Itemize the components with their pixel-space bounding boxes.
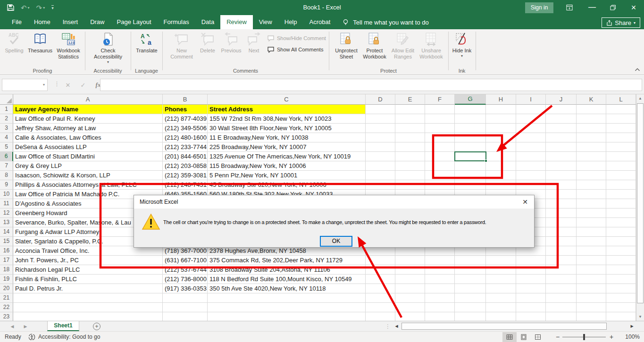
cell-J18[interactable] xyxy=(546,265,577,275)
cell-G8[interactable] xyxy=(455,171,486,180)
formula-input[interactable] xyxy=(100,79,642,91)
cell-K12[interactable] xyxy=(577,209,606,218)
cell-F17[interactable] xyxy=(425,256,455,265)
cell-C21[interactable] xyxy=(208,293,366,303)
cell-I6[interactable] xyxy=(516,152,546,161)
scroll-right-icon[interactable]: ▶ xyxy=(628,323,636,330)
cell-A21[interactable] xyxy=(13,293,163,303)
row-header-18[interactable]: 18 xyxy=(0,265,13,275)
hide-ink-button[interactable]: Hide Ink ▾ xyxy=(450,31,474,65)
cell-B20[interactable]: (917) 336-0353 xyxy=(163,284,208,293)
cell-B22[interactable] xyxy=(163,303,208,312)
cell-J9[interactable] xyxy=(546,180,577,190)
cell-B3[interactable]: (212) 349-5506 xyxy=(163,124,208,133)
row-header-11[interactable]: 11 xyxy=(0,199,13,209)
check-accessibility-button[interactable]: Check Accessibility ▾ xyxy=(89,31,127,65)
cell-J7[interactable] xyxy=(546,161,577,171)
cell-L10[interactable] xyxy=(606,190,636,199)
cell-L21[interactable] xyxy=(606,293,636,303)
cell-L18[interactable] xyxy=(606,265,636,275)
zoom-in-button[interactable]: + xyxy=(607,333,616,341)
cell-K19[interactable] xyxy=(577,275,606,284)
previous-comment-button[interactable]: Previous xyxy=(219,31,243,65)
cell-D19[interactable] xyxy=(366,275,395,284)
cell-I8[interactable] xyxy=(516,171,546,180)
column-header-I[interactable]: I xyxy=(516,94,546,105)
cell-D5[interactable] xyxy=(366,142,395,152)
cell-H9[interactable] xyxy=(486,180,516,190)
show-all-comments-button[interactable]: Show All Comments xyxy=(267,44,323,55)
cell-I2[interactable] xyxy=(516,114,546,124)
cell-I5[interactable] xyxy=(516,142,546,152)
cell-K10[interactable] xyxy=(577,190,606,199)
cell-L9[interactable] xyxy=(606,180,636,190)
cell-I7[interactable] xyxy=(516,161,546,171)
cell-F9[interactable] xyxy=(425,180,455,190)
cell-F19[interactable] xyxy=(425,275,455,284)
minimize-button[interactable]: — xyxy=(582,0,602,15)
cell-K2[interactable] xyxy=(577,114,606,124)
row-header-20[interactable]: 20 xyxy=(0,284,13,293)
cell-J13[interactable] xyxy=(546,218,577,227)
cell-D9[interactable] xyxy=(366,180,395,190)
cell-G2[interactable] xyxy=(455,114,486,124)
cell-K9[interactable] xyxy=(577,180,606,190)
cell-I21[interactable] xyxy=(516,293,546,303)
cell-D3[interactable] xyxy=(366,124,395,133)
cell-J6[interactable] xyxy=(546,152,577,161)
cell-D8[interactable] xyxy=(366,171,395,180)
cell-E21[interactable] xyxy=(395,293,425,303)
cell-F3[interactable] xyxy=(425,124,455,133)
cell-H22[interactable] xyxy=(486,303,516,312)
cell-J14[interactable] xyxy=(546,227,577,237)
cell-D23[interactable] xyxy=(366,312,395,321)
row-header-2[interactable]: 2 xyxy=(0,114,13,124)
cell-E4[interactable] xyxy=(395,133,425,142)
cell-B1[interactable]: Phones xyxy=(163,105,208,114)
cell-A22[interactable] xyxy=(13,303,163,312)
row-header-8[interactable]: 8 xyxy=(0,171,13,180)
cancel-entry-icon[interactable]: ✕ xyxy=(63,82,73,89)
cell-J11[interactable] xyxy=(546,199,577,209)
allow-edit-ranges-button[interactable]: Allow Edit Ranges xyxy=(389,31,417,65)
cell-L8[interactable] xyxy=(606,171,636,180)
show-hide-comment-button[interactable]: Show/Hide Comment xyxy=(267,33,326,43)
cell-A6[interactable]: Law Office of Stuart DiMartini xyxy=(13,152,163,161)
cell-C3[interactable]: 30 Wall Street 8th Floor,New York, NY 10… xyxy=(208,124,366,133)
cell-L17[interactable] xyxy=(606,256,636,265)
close-button[interactable]: × xyxy=(623,0,644,15)
zoom-out-button[interactable]: − xyxy=(553,333,562,341)
cell-C4[interactable]: 11 E Broadway,New York, NY 10038 xyxy=(208,133,366,142)
tab-home[interactable]: Home xyxy=(28,15,57,29)
cell-F6[interactable] xyxy=(425,152,455,161)
unprotect-sheet-button[interactable]: Unprotect Sheet xyxy=(333,31,360,65)
cell-L3[interactable] xyxy=(606,124,636,133)
dialog-close-button[interactable]: ✕ xyxy=(520,197,530,207)
cell-K14[interactable] xyxy=(577,227,606,237)
ok-button[interactable]: OK xyxy=(320,236,352,247)
select-all-button[interactable] xyxy=(0,94,13,105)
cell-K11[interactable] xyxy=(577,199,606,209)
tab-page-layout[interactable]: Page Layout xyxy=(111,15,158,29)
zoom-level[interactable]: 100% xyxy=(621,332,640,342)
cell-L22[interactable] xyxy=(606,303,636,312)
cell-D1[interactable] xyxy=(366,105,395,114)
cell-L5[interactable] xyxy=(606,142,636,152)
cell-I23[interactable] xyxy=(516,312,546,321)
row-header-16[interactable]: 16 xyxy=(0,246,13,256)
cell-K13[interactable] xyxy=(577,218,606,227)
protect-workbook-button[interactable]: Protect Workbook xyxy=(361,31,388,65)
unshare-workbook-button[interactable]: Unshare Workbook xyxy=(418,31,445,65)
cell-D7[interactable] xyxy=(366,161,395,171)
cell-E18[interactable] xyxy=(395,265,425,275)
cell-K20[interactable] xyxy=(577,284,606,293)
cell-G4[interactable] xyxy=(455,133,486,142)
cell-J19[interactable] xyxy=(546,275,577,284)
cell-F21[interactable] xyxy=(425,293,455,303)
cell-H6[interactable] xyxy=(486,152,516,161)
cell-G18[interactable] xyxy=(455,265,486,275)
cell-L20[interactable] xyxy=(606,284,636,293)
cell-L11[interactable] xyxy=(606,199,636,209)
tab-bar-splitter[interactable]: ⋮ xyxy=(385,321,391,332)
fill-handle[interactable] xyxy=(485,159,487,162)
